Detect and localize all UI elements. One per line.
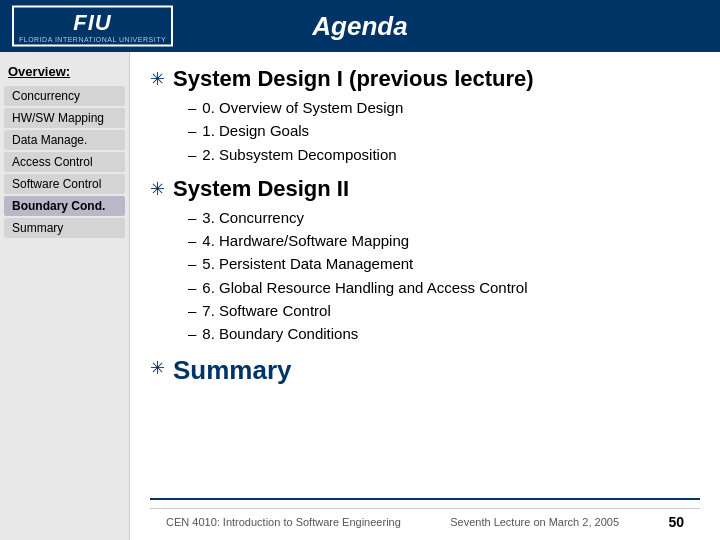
section-design2: ✳ System Design II – 3. Concurrency – 4.… [150,176,700,346]
section1-title: System Design I (previous lecture) [173,66,534,92]
logo-box: FIU FLORIDA INTERNATIONAL UNIVERSITY [12,6,173,47]
section1-items: – 0. Overview of System Design – 1. Desi… [188,96,700,166]
section1-item-0: 0. Overview of System Design [202,96,403,119]
footer-divider [150,498,700,500]
dash-icon: – [188,252,196,275]
list-item: – 0. Overview of System Design [188,96,700,119]
section3-header: ✳ Summary [150,355,700,386]
sidebar-item-boundary-cond[interactable]: Boundary Cond. [4,196,125,216]
footer-lecture: Seventh Lecture on March 2, 2005 [450,516,619,528]
section2-item-3: 6. Global Resource Handling and Access C… [202,276,527,299]
dash-icon: – [188,143,196,166]
page-number: 50 [668,514,684,530]
content-area: ✳ System Design I (previous lecture) – 0… [130,52,720,540]
sidebar-item-concurrency[interactable]: Concurrency [4,86,125,106]
section2-item-0: 3. Concurrency [202,206,304,229]
section1-header: ✳ System Design I (previous lecture) [150,66,700,92]
dash-icon: – [188,229,196,252]
list-item: – 1. Design Goals [188,119,700,142]
sidebar-item-data-manage[interactable]: Data Manage. [4,130,125,150]
sidebar-item-software-control[interactable]: Software Control [4,174,125,194]
logo-sub: FLORIDA INTERNATIONAL UNIVERSITY [19,36,166,43]
bullet-star-2: ✳ [150,178,165,200]
list-item: – 3. Concurrency [188,206,700,229]
dash-icon: – [188,322,196,345]
dash-icon: – [188,276,196,299]
main-layout: Overview: Concurrency HW/SW Mapping Data… [0,52,720,540]
bullet-star-1: ✳ [150,68,165,90]
list-item: – 7. Software Control [188,299,700,322]
bullet-star-3: ✳ [150,357,165,379]
dash-icon: – [188,299,196,322]
section2-item-1: 4. Hardware/Software Mapping [202,229,409,252]
section2-title: System Design II [173,176,349,202]
sidebar-item-summary[interactable]: Summary [4,218,125,238]
list-item: – 2. Subsystem Decomposition [188,143,700,166]
footer: CEN 4010: Introduction to Software Engin… [150,508,700,534]
sidebar-item-hwsw[interactable]: HW/SW Mapping [4,108,125,128]
list-item: – 8. Boundary Conditions [188,322,700,345]
section3-title: Summary [173,355,292,386]
list-item: – 4. Hardware/Software Mapping [188,229,700,252]
sidebar-overview-label: Overview: [0,60,129,85]
section-design1: ✳ System Design I (previous lecture) – 0… [150,66,700,166]
dash-icon: – [188,96,196,119]
section2-items: – 3. Concurrency – 4. Hardware/Software … [188,206,700,346]
list-item: – 5. Persistent Data Management [188,252,700,275]
section2-item-2: 5. Persistent Data Management [202,252,413,275]
dash-icon: – [188,206,196,229]
section1-item-2: 2. Subsystem Decomposition [202,143,396,166]
section2-item-4: 7. Software Control [202,299,330,322]
dash-icon: – [188,119,196,142]
section1-item-1: 1. Design Goals [202,119,309,142]
list-item: – 6. Global Resource Handling and Access… [188,276,700,299]
section-summary: ✳ Summary [150,355,700,390]
logo-area: FIU FLORIDA INTERNATIONAL UNIVERSITY [12,6,173,47]
section2-header: ✳ System Design II [150,176,700,202]
header: FIU FLORIDA INTERNATIONAL UNIVERSITY Age… [0,0,720,52]
page-title: Agenda [312,11,407,42]
sidebar-item-access-control[interactable]: Access Control [4,152,125,172]
section2-item-5: 8. Boundary Conditions [202,322,358,345]
logo-text: FIU [73,10,111,36]
sidebar: Overview: Concurrency HW/SW Mapping Data… [0,52,130,540]
footer-course: CEN 4010: Introduction to Software Engin… [166,516,401,528]
